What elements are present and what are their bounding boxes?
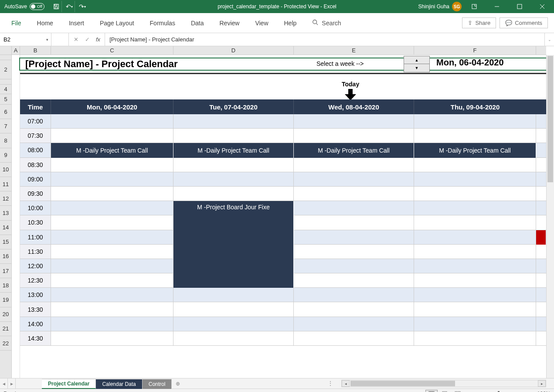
cal-cell[interactable] (294, 317, 414, 331)
cal-cell[interactable] (173, 172, 294, 186)
cal-cell[interactable] (414, 114, 536, 128)
close-icon[interactable] (532, 0, 552, 13)
cal-cell[interactable] (51, 259, 173, 273)
row-header[interactable]: 14 (0, 221, 11, 235)
save-icon[interactable] (51, 1, 62, 12)
col-header-b[interactable]: B (20, 46, 51, 55)
tab-view[interactable]: View (247, 16, 276, 30)
cal-cell[interactable] (294, 230, 414, 244)
cal-cell[interactable] (51, 187, 173, 201)
cal-cell[interactable] (294, 114, 414, 128)
cal-cell[interactable] (294, 331, 414, 345)
cal-cell[interactable] (51, 129, 173, 143)
cal-cell[interactable] (173, 158, 294, 172)
cal-cell[interactable] (51, 172, 173, 186)
cal-cell[interactable] (51, 245, 173, 259)
row-header[interactable]: 8 (0, 133, 11, 148)
vertical-scroll-thumb[interactable] (547, 56, 553, 182)
row-header[interactable]: 20 (0, 307, 11, 322)
share-button[interactable]: ⇧Share (462, 17, 496, 28)
minimize-icon[interactable] (487, 0, 507, 13)
comments-button[interactable]: 💬Comments (500, 17, 548, 28)
spinner-down-icon[interactable]: ▼ (404, 64, 430, 72)
cal-cell[interactable] (51, 230, 173, 244)
cal-cell[interactable] (414, 215, 536, 229)
cal-cell[interactable] (414, 245, 536, 259)
tab-formulas[interactable]: Formulas (142, 16, 183, 30)
cal-cell[interactable] (414, 172, 536, 186)
sheet-tab-project-calendar[interactable]: Project Calendar (42, 379, 96, 389)
row-header[interactable]: 21 (0, 322, 11, 336)
cal-cell[interactable] (51, 201, 173, 215)
row-header[interactable]: 9 (0, 148, 11, 163)
autosave-toggle[interactable]: Off (30, 3, 44, 10)
cal-cell[interactable] (294, 172, 414, 186)
cal-cell[interactable] (414, 302, 536, 316)
cal-cell[interactable] (51, 317, 173, 331)
cal-cell[interactable] (294, 215, 414, 229)
event-daily-call[interactable]: M -Daily Project Team Call (51, 143, 173, 157)
redo-icon[interactable]: ↷▾ (77, 1, 88, 12)
row-header[interactable]: 17 (0, 264, 11, 278)
tab-review[interactable]: Review (212, 16, 248, 30)
row-header[interactable]: 2 (0, 60, 11, 79)
horizontal-scroll-thumb[interactable] (350, 381, 455, 386)
cal-cell[interactable] (51, 273, 173, 287)
cal-cell[interactable] (51, 215, 173, 229)
col-header-e[interactable]: E (294, 46, 414, 55)
cal-cell[interactable] (294, 273, 414, 287)
row-header[interactable]: 16 (0, 249, 11, 264)
cal-cell[interactable] (173, 317, 294, 331)
row-header[interactable] (0, 79, 11, 85)
cal-cell[interactable] (173, 187, 294, 201)
enter-formula-icon[interactable]: ✓ (83, 36, 92, 43)
row-header[interactable]: 22 (0, 336, 11, 351)
col-header-a[interactable]: A (12, 46, 20, 55)
tab-page-layout[interactable]: Page Layout (92, 16, 142, 30)
cal-cell[interactable] (294, 259, 414, 273)
tab-insert[interactable]: Insert (61, 16, 92, 30)
cal-cell[interactable] (51, 288, 173, 302)
row-header[interactable]: 12 (0, 191, 11, 206)
tab-home[interactable]: Home (29, 16, 61, 30)
name-box[interactable]: B2 (0, 33, 51, 46)
cells-area[interactable]: [Project Name] - Project Calendar Select… (12, 55, 546, 378)
cal-cell[interactable] (294, 201, 414, 215)
event-daily-call[interactable]: M -Daily Project Team Call (173, 143, 294, 157)
hscroll-right-icon[interactable]: ▸ (538, 380, 546, 387)
row-header[interactable]: 19 (0, 293, 11, 307)
zoom-in-icon[interactable]: + (525, 391, 533, 392)
row-header[interactable]: 18 (0, 278, 11, 293)
cal-cell[interactable] (51, 331, 173, 345)
cal-cell[interactable] (294, 158, 414, 172)
tab-nav-prev-icon[interactable]: ◂ (0, 378, 8, 389)
cal-cell[interactable] (414, 273, 536, 287)
tab-nav-next-icon[interactable]: ▸ (8, 378, 16, 389)
tab-help[interactable]: Help (276, 16, 305, 30)
cal-cell[interactable] (173, 302, 294, 316)
cal-cell[interactable] (414, 288, 536, 302)
zoom-out-icon[interactable]: − (465, 391, 472, 392)
row-header[interactable]: 11 (0, 177, 11, 191)
cal-cell[interactable] (173, 129, 294, 143)
hscroll-left-icon[interactable]: ◂ (342, 380, 350, 387)
tab-data[interactable]: Data (183, 16, 212, 30)
view-page-break-icon[interactable] (452, 390, 464, 392)
cal-cell[interactable] (51, 158, 173, 172)
cal-cell[interactable] (51, 114, 173, 128)
row-header[interactable]: 4 (0, 85, 11, 94)
event-board-jour-fixe[interactable]: M -Project Board Jour Fixe (173, 201, 294, 288)
view-page-layout-icon[interactable] (438, 390, 451, 392)
cal-cell[interactable] (414, 201, 536, 215)
cal-cell[interactable] (294, 302, 414, 316)
split-handle-icon[interactable]: ⋮ (328, 380, 333, 386)
row-header[interactable]: 6 (0, 105, 11, 119)
expand-formula-bar-icon[interactable]: ⌄ (544, 33, 554, 46)
ribbon-display-options-icon[interactable] (464, 0, 484, 13)
cal-cell[interactable] (173, 331, 294, 345)
row-header[interactable] (0, 55, 11, 60)
sheet-tab-calendar-data[interactable]: Calendar Data (96, 379, 142, 389)
col-header-c[interactable]: C (51, 46, 173, 55)
user-avatar[interactable]: SG (452, 2, 462, 11)
cal-cell[interactable] (414, 259, 536, 273)
